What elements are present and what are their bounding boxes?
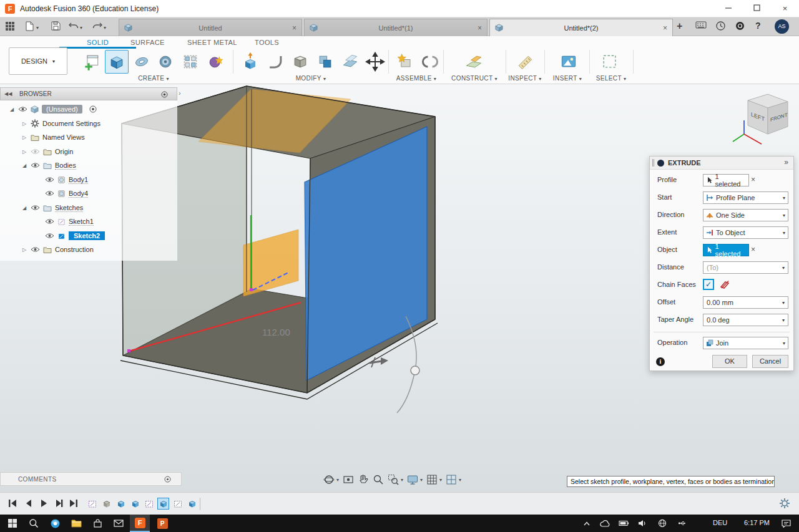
timeline-go-to-start-icon[interactable] — [7, 498, 17, 508]
dialog-grip-icon[interactable] — [652, 159, 654, 167]
create-form-button[interactable] — [203, 50, 227, 74]
tray-chevron-up-icon[interactable] — [579, 515, 594, 532]
fusion-360-taskbar-icon[interactable]: F — [130, 515, 150, 532]
tree-label[interactable]: Sketch1 — [69, 218, 94, 226]
group-create[interactable]: CREATE▾ — [75, 75, 232, 82]
tree-row-named-views[interactable]: ▷ Named Views — [0, 130, 177, 144]
timeline-feature-extrude[interactable] — [186, 498, 198, 510]
group-insert[interactable]: INSERT▾ — [546, 75, 589, 82]
group-modify[interactable]: MODIFY▾ — [234, 75, 388, 82]
extrude-dialog-header[interactable]: EXTRUDE » — [650, 157, 793, 170]
visibility-eye-icon[interactable] — [31, 162, 40, 168]
app-grid-icon[interactable] — [5, 21, 17, 32]
dimension-label[interactable]: 112.00 — [262, 327, 290, 337]
fillet-button[interactable] — [263, 50, 287, 74]
ribbon-tab-solid[interactable]: SOLID — [87, 39, 109, 46]
close-button[interactable]: × — [771, 0, 799, 17]
visibility-eye-icon[interactable] — [31, 205, 40, 211]
display-settings-icon[interactable] — [407, 474, 418, 485]
cancel-button[interactable]: Cancel — [752, 355, 788, 368]
display-settings-caret-icon[interactable]: ▾ — [420, 477, 423, 483]
tree-row-body4[interactable]: Body4 — [0, 186, 177, 200]
offset-input[interactable]: 0.00 mm ▾ — [703, 296, 788, 309]
browser-display-toggle-icon[interactable] — [161, 91, 168, 98]
tree-row-construction[interactable]: ▷ Construction — [0, 243, 177, 256]
minimize-button[interactable] — [715, 0, 743, 17]
shortcuts-keyboard-icon[interactable] — [695, 21, 707, 29]
pattern-button[interactable] — [179, 50, 202, 74]
construct-plane-button[interactable] — [462, 50, 486, 74]
tree-row-bodies[interactable]: ◢ Bodies — [0, 158, 177, 172]
measure-button[interactable] — [513, 50, 537, 74]
chain-faces-checkbox[interactable]: ✓ — [703, 279, 714, 290]
timeline-play-icon[interactable] — [39, 498, 49, 508]
group-select[interactable]: SELECT▾ — [591, 75, 632, 82]
distance-input[interactable]: (To) ▾ — [703, 261, 788, 274]
view-cube[interactable]: LEFT FRONT — [729, 89, 798, 152]
tree-label[interactable]: Document Settings — [42, 120, 100, 127]
visibility-eye-off-icon[interactable] — [31, 148, 40, 155]
taper-angle-input[interactable]: 0.0 deg ▾ — [703, 314, 788, 326]
comments-indicator-icon[interactable] — [164, 476, 171, 483]
timeline-go-to-end-icon[interactable] — [69, 498, 79, 508]
move-copy-button[interactable] — [363, 50, 387, 74]
tree-row-root[interactable]: ◢ (Unsaved) — [0, 102, 177, 116]
office-app-icon[interactable]: P — [152, 515, 172, 532]
doc-tab-label[interactable]: Untitled*(2) — [503, 24, 659, 32]
doc-tab-close-icon[interactable]: × — [663, 24, 667, 32]
press-pull-button[interactable] — [238, 50, 262, 74]
action-center-icon[interactable] — [777, 515, 795, 532]
doc-tab-close-icon[interactable]: × — [292, 24, 297, 32]
comments-bar[interactable]: COMMENTS — [0, 472, 182, 486]
tree-label[interactable]: Body4 — [69, 190, 88, 198]
store-app-icon[interactable] — [87, 515, 107, 532]
search-icon[interactable] — [24, 515, 44, 532]
visibility-eye-icon[interactable] — [31, 246, 40, 253]
viewports-icon[interactable] — [446, 474, 457, 485]
expander-closed-icon[interactable]: ▷ — [21, 247, 27, 253]
tray-cloud-icon[interactable] — [597, 515, 613, 532]
notifications-icon[interactable] — [735, 21, 745, 31]
browser-app-icon[interactable] — [45, 515, 65, 532]
redo-icon[interactable] — [92, 21, 105, 32]
undo-icon[interactable] — [69, 21, 81, 32]
activate-radio-icon[interactable] — [89, 105, 97, 113]
tree-label[interactable]: Body1 — [69, 176, 88, 184]
ribbon-tab-surface[interactable]: SURFACE — [130, 39, 165, 46]
zoom-window-caret-icon[interactable]: ▾ — [401, 477, 403, 483]
sketch-point-origin[interactable] — [127, 349, 130, 352]
extrude-handle[interactable] — [411, 366, 419, 375]
offset-face-button[interactable] — [338, 50, 362, 74]
browser-collapse-icon[interactable]: ◀◀ — [4, 88, 12, 100]
group-assemble[interactable]: ASSEMBLE▾ — [390, 75, 443, 82]
start-dropdown[interactable]: Profile Plane ▾ — [703, 191, 788, 204]
doc-tab-label[interactable]: Untitled*(1) — [318, 24, 474, 32]
extrude-button-active[interactable] — [105, 50, 129, 74]
zoom-window-icon[interactable] — [388, 474, 399, 485]
object-selection-chip[interactable]: 1 selected — [703, 244, 749, 256]
viewports-caret-icon[interactable]: ▾ — [459, 477, 461, 483]
file-menu-icon[interactable] — [25, 21, 37, 32]
timeline-step-back-icon[interactable] — [24, 498, 34, 508]
save-icon[interactable] — [51, 21, 64, 32]
tray-network-icon[interactable] — [654, 515, 670, 532]
profile-clear-icon[interactable]: × — [751, 175, 755, 184]
joint-button[interactable] — [418, 50, 442, 74]
tree-label[interactable]: Construction — [55, 246, 94, 253]
zoom-icon[interactable] — [373, 474, 384, 485]
doc-tab-close-icon[interactable]: × — [478, 24, 482, 32]
tree-label[interactable]: Origin — [55, 148, 73, 155]
doc-tab-untitled[interactable]: Untitled × — [119, 19, 302, 36]
tree-row-sketch2-selected[interactable]: Sketch2 — [0, 229, 177, 243]
workspace-selector[interactable]: DESIGN ▾ — [9, 47, 67, 75]
timeline-step-forward-icon[interactable] — [54, 498, 64, 508]
clock[interactable]: 6:17 PM — [744, 519, 770, 526]
timeline-feature-sketch[interactable] — [143, 498, 155, 510]
browser-header[interactable]: ◀◀ BROWSER — [0, 87, 177, 100]
tree-label[interactable]: Bodies — [55, 162, 76, 170]
visibility-eye-icon[interactable] — [45, 218, 54, 225]
visibility-eye-icon[interactable] — [45, 233, 54, 239]
tray-volume-icon[interactable] — [634, 515, 650, 532]
grid-settings-caret-icon[interactable]: ▾ — [439, 477, 442, 483]
visibility-eye-icon[interactable] — [45, 190, 54, 196]
